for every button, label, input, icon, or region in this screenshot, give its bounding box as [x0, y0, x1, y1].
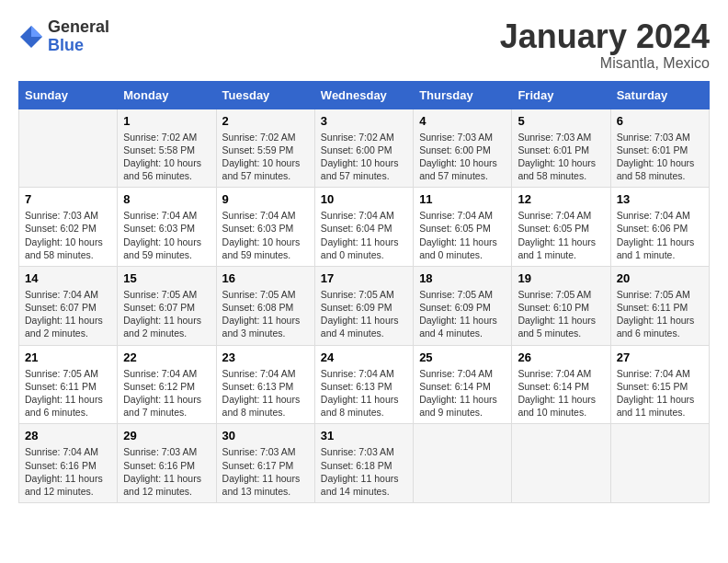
day-info: Sunrise: 7:04 AM Sunset: 6:14 PM Dayligh…	[518, 367, 604, 419]
day-number: 27	[617, 350, 703, 364]
day-info: Sunrise: 7:04 AM Sunset: 6:06 PM Dayligh…	[617, 209, 703, 261]
calendar-cell: 2Sunrise: 7:02 AM Sunset: 5:59 PM Daylig…	[216, 109, 314, 188]
calendar-cell: 19Sunrise: 7:05 AM Sunset: 6:10 PM Dayli…	[512, 266, 610, 345]
day-number: 18	[419, 271, 506, 285]
day-info: Sunrise: 7:05 AM Sunset: 6:09 PM Dayligh…	[419, 288, 506, 340]
day-number: 13	[617, 192, 703, 206]
day-number: 23	[222, 350, 309, 364]
day-info: Sunrise: 7:03 AM Sunset: 6:17 PM Dayligh…	[222, 445, 309, 498]
calendar-cell: 18Sunrise: 7:05 AM Sunset: 6:09 PM Dayli…	[414, 266, 512, 345]
day-number: 29	[123, 429, 210, 442]
logo: General Blue	[18, 18, 109, 55]
header-day-wednesday: Wednesday	[314, 81, 413, 109]
day-number: 12	[518, 192, 604, 206]
day-number: 21	[25, 350, 111, 364]
day-number: 28	[25, 429, 111, 442]
day-info: Sunrise: 7:03 AM Sunset: 6:16 PM Dayligh…	[123, 445, 210, 498]
day-number: 19	[518, 271, 604, 285]
calendar-cell: 29Sunrise: 7:03 AM Sunset: 6:16 PM Dayli…	[118, 424, 216, 503]
day-info: Sunrise: 7:05 AM Sunset: 6:10 PM Dayligh…	[518, 288, 604, 340]
subtitle: Misantla, Mexico	[500, 55, 710, 72]
calendar-cell: 3Sunrise: 7:02 AM Sunset: 6:00 PM Daylig…	[314, 109, 413, 188]
calendar-cell: 25Sunrise: 7:04 AM Sunset: 6:14 PM Dayli…	[414, 345, 512, 424]
day-info: Sunrise: 7:05 AM Sunset: 6:09 PM Dayligh…	[321, 288, 407, 340]
calendar-cell: 5Sunrise: 7:03 AM Sunset: 6:01 PM Daylig…	[512, 109, 610, 188]
day-info: Sunrise: 7:04 AM Sunset: 6:13 PM Dayligh…	[222, 367, 309, 419]
calendar-cell: 28Sunrise: 7:04 AM Sunset: 6:16 PM Dayli…	[19, 424, 118, 503]
day-info: Sunrise: 7:03 AM Sunset: 6:18 PM Dayligh…	[321, 445, 407, 498]
day-number: 11	[419, 192, 506, 206]
header-day-friday: Friday	[512, 81, 610, 109]
day-info: Sunrise: 7:04 AM Sunset: 6:13 PM Dayligh…	[321, 367, 407, 419]
calendar-week-2: 7Sunrise: 7:03 AM Sunset: 6:02 PM Daylig…	[19, 188, 710, 267]
calendar-cell: 22Sunrise: 7:04 AM Sunset: 6:12 PM Dayli…	[118, 345, 216, 424]
day-number: 16	[222, 271, 309, 285]
calendar-cell: 12Sunrise: 7:04 AM Sunset: 6:05 PM Dayli…	[512, 188, 610, 267]
calendar-week-4: 21Sunrise: 7:05 AM Sunset: 6:11 PM Dayli…	[19, 345, 710, 424]
logo-text: General Blue	[48, 18, 109, 55]
day-number: 24	[321, 350, 407, 364]
header-day-monday: Monday	[118, 81, 216, 109]
day-number: 30	[222, 429, 309, 442]
day-info: Sunrise: 7:02 AM Sunset: 5:58 PM Dayligh…	[123, 131, 210, 183]
day-number: 14	[25, 271, 111, 285]
calendar-cell: 16Sunrise: 7:05 AM Sunset: 6:08 PM Dayli…	[216, 266, 314, 345]
main-title: January 2024	[500, 18, 710, 55]
day-number: 6	[617, 114, 703, 128]
calendar-table: SundayMondayTuesdayWednesdayThursdayFrid…	[18, 81, 710, 503]
calendar-cell: 11Sunrise: 7:04 AM Sunset: 6:05 PM Dayli…	[414, 188, 512, 267]
calendar-cell: 15Sunrise: 7:05 AM Sunset: 6:07 PM Dayli…	[118, 266, 216, 345]
day-number: 10	[321, 192, 407, 206]
day-number: 9	[222, 192, 309, 206]
calendar-cell: 14Sunrise: 7:04 AM Sunset: 6:07 PM Dayli…	[19, 266, 118, 345]
calendar-cell	[512, 424, 610, 503]
calendar-cell: 13Sunrise: 7:04 AM Sunset: 6:06 PM Dayli…	[610, 188, 709, 267]
day-info: Sunrise: 7:03 AM Sunset: 6:00 PM Dayligh…	[419, 131, 506, 183]
header-day-tuesday: Tuesday	[216, 81, 314, 109]
logo-icon	[18, 24, 44, 50]
calendar-cell: 4Sunrise: 7:03 AM Sunset: 6:00 PM Daylig…	[414, 109, 512, 188]
calendar-cell: 27Sunrise: 7:04 AM Sunset: 6:15 PM Dayli…	[610, 345, 709, 424]
day-info: Sunrise: 7:04 AM Sunset: 6:14 PM Dayligh…	[419, 367, 506, 419]
calendar-cell: 20Sunrise: 7:05 AM Sunset: 6:11 PM Dayli…	[610, 266, 709, 345]
day-info: Sunrise: 7:04 AM Sunset: 6:07 PM Dayligh…	[25, 288, 111, 340]
calendar-cell: 17Sunrise: 7:05 AM Sunset: 6:09 PM Dayli…	[314, 266, 413, 345]
day-number: 4	[419, 114, 506, 128]
day-info: Sunrise: 7:04 AM Sunset: 6:12 PM Dayligh…	[123, 367, 210, 419]
calendar-cell	[19, 109, 118, 188]
svg-marker-1	[31, 26, 42, 37]
day-number: 3	[321, 114, 407, 128]
day-info: Sunrise: 7:02 AM Sunset: 6:00 PM Dayligh…	[321, 131, 407, 183]
day-info: Sunrise: 7:02 AM Sunset: 5:59 PM Dayligh…	[222, 131, 309, 183]
calendar-cell: 9Sunrise: 7:04 AM Sunset: 6:03 PM Daylig…	[216, 188, 314, 267]
day-info: Sunrise: 7:04 AM Sunset: 6:03 PM Dayligh…	[123, 209, 210, 261]
day-info: Sunrise: 7:05 AM Sunset: 6:11 PM Dayligh…	[25, 367, 111, 419]
day-number: 22	[123, 350, 210, 364]
day-number: 20	[617, 271, 703, 285]
day-info: Sunrise: 7:04 AM Sunset: 6:05 PM Dayligh…	[419, 209, 506, 261]
day-number: 15	[123, 271, 210, 285]
calendar-week-3: 14Sunrise: 7:04 AM Sunset: 6:07 PM Dayli…	[19, 266, 710, 345]
calendar-cell: 26Sunrise: 7:04 AM Sunset: 6:14 PM Dayli…	[512, 345, 610, 424]
calendar-cell: 31Sunrise: 7:03 AM Sunset: 6:18 PM Dayli…	[314, 424, 413, 503]
day-number: 2	[222, 114, 309, 128]
day-info: Sunrise: 7:03 AM Sunset: 6:01 PM Dayligh…	[617, 131, 703, 183]
calendar-week-5: 28Sunrise: 7:04 AM Sunset: 6:16 PM Dayli…	[19, 424, 710, 503]
day-number: 8	[123, 192, 210, 206]
day-info: Sunrise: 7:05 AM Sunset: 6:11 PM Dayligh…	[617, 288, 703, 340]
title-area: January 2024 Misantla, Mexico	[500, 18, 710, 72]
calendar-cell	[414, 424, 512, 503]
calendar-week-1: 1Sunrise: 7:02 AM Sunset: 5:58 PM Daylig…	[19, 109, 710, 188]
calendar-cell: 1Sunrise: 7:02 AM Sunset: 5:58 PM Daylig…	[118, 109, 216, 188]
day-info: Sunrise: 7:04 AM Sunset: 6:04 PM Dayligh…	[321, 209, 407, 261]
calendar-cell: 6Sunrise: 7:03 AM Sunset: 6:01 PM Daylig…	[610, 109, 709, 188]
calendar-cell: 10Sunrise: 7:04 AM Sunset: 6:04 PM Dayli…	[314, 188, 413, 267]
day-number: 5	[518, 114, 604, 128]
calendar-cell: 21Sunrise: 7:05 AM Sunset: 6:11 PM Dayli…	[19, 345, 118, 424]
calendar-cell: 8Sunrise: 7:04 AM Sunset: 6:03 PM Daylig…	[118, 188, 216, 267]
calendar-cell: 24Sunrise: 7:04 AM Sunset: 6:13 PM Dayli…	[314, 345, 413, 424]
day-number: 17	[321, 271, 407, 285]
day-info: Sunrise: 7:04 AM Sunset: 6:15 PM Dayligh…	[617, 367, 703, 419]
day-info: Sunrise: 7:03 AM Sunset: 6:02 PM Dayligh…	[25, 209, 111, 261]
calendar-cell: 7Sunrise: 7:03 AM Sunset: 6:02 PM Daylig…	[19, 188, 118, 267]
